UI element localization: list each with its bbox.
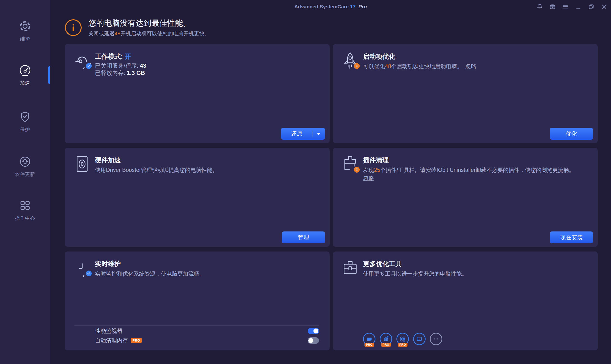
tools-row: PRO PRO PRO — [363, 333, 442, 345]
card-startup-optimize: 启动项优化 可以优化48个启动项以更快地启动电脑。 忽略 优化 — [333, 44, 598, 143]
chevron-down-icon — [317, 133, 320, 135]
product-name: Advanced SystemCare — [294, 4, 349, 9]
check-badge-icon — [86, 63, 92, 69]
pro-badge: PRO — [131, 338, 142, 343]
toggle-knob — [308, 338, 313, 343]
shield-check-icon — [19, 111, 31, 124]
card-title: 实时维护 — [95, 260, 320, 268]
pro-badge: PRO — [364, 343, 374, 347]
clock-check-icon — [73, 259, 91, 277]
sidebar-item-action-center[interactable]: 操作中心 — [0, 196, 50, 224]
divider — [74, 325, 319, 326]
restore-button-label: 还原 — [281, 130, 312, 138]
plugin-count: 25 — [374, 167, 380, 173]
stat-freed-memory: 已释放内存: 1.3 GB — [95, 69, 320, 77]
manage-button[interactable]: 管理 — [282, 232, 325, 243]
card-title: 硬件加速 — [95, 156, 320, 165]
alert-subtitle: 关闭或延迟48开机启动项可以使您的电脑开机更快。 — [88, 30, 209, 37]
product-version: 17 — [350, 4, 356, 9]
software-update-icon — [19, 156, 31, 169]
drive-icon — [73, 155, 91, 173]
bell-icon[interactable] — [536, 3, 543, 10]
briefcase-icon — [341, 259, 359, 277]
window-controls — [536, 0, 608, 13]
toolbox-icon[interactable] — [549, 3, 556, 10]
sidebar: 维护 加速 保护 软件更新 — [0, 0, 50, 364]
sidebar-item-label: 加速 — [20, 80, 30, 86]
auto-ram-clean-toggle[interactable] — [308, 337, 319, 344]
titlebar: Advanced SystemCare 17 Pro — [50, 0, 611, 13]
ignore-link[interactable]: 忽略 — [465, 63, 476, 69]
card-realtime-maintain: 实时维护 实时监控和优化系统资源，使电脑更加流畅。 性能监视器 自动清理内存PR… — [65, 251, 330, 351]
manage-button-label: 管理 — [298, 234, 309, 241]
window-check-icon[interactable] — [413, 333, 426, 345]
speedometer-icon — [19, 64, 31, 78]
install-now-button-label: 现在安装 — [560, 234, 583, 241]
install-now-button[interactable]: 现在安装 — [550, 232, 593, 243]
sidebar-item-label: 软件更新 — [15, 171, 35, 178]
close-icon[interactable] — [600, 3, 608, 10]
card-description: 实时监控和优化系统资源，使电脑更加流畅。 — [95, 270, 319, 278]
sidebar-item-label: 保护 — [20, 126, 30, 133]
sidebar-item-software-update[interactable]: 软件更新 — [0, 152, 50, 181]
gauge-check-icon — [73, 51, 91, 69]
startup-count: 48 — [114, 30, 120, 37]
optimize-button[interactable]: 优化 — [550, 128, 593, 140]
performance-monitor-toggle[interactable] — [308, 328, 319, 334]
optimize-button-label: 优化 — [566, 130, 577, 138]
internet-booster-icon[interactable]: PRO — [380, 333, 392, 345]
cards-grid: 工作模式: 开 已关闭服务/程序: 43 已释放内存: 1.3 GB 还原 启动 — [65, 44, 598, 351]
toggle-list: 性能监视器 自动清理内存PRO — [95, 326, 319, 345]
sidebar-item-protect[interactable]: 保护 — [0, 107, 50, 136]
card-more-tools: 更多优化工具 使用更多工具以进一步提升您的电脑性能。 PRO PRO — [333, 251, 598, 351]
sidebar-item-label: 操作中心 — [15, 215, 35, 221]
action-center-icon — [19, 199, 31, 213]
info-badge-icon — [354, 167, 360, 173]
restore-dropdown-button[interactable] — [312, 133, 325, 135]
card-description: 使用更多工具以进一步提升您的电脑性能。 — [363, 270, 587, 278]
aperture-icon — [19, 20, 31, 33]
toggle-knob — [313, 328, 318, 334]
stat-stopped-services: 已关闭服务/程序: 43 — [95, 62, 320, 69]
card-description: 可以优化48个启动项以更快地启动电脑。 忽略 — [363, 62, 587, 70]
card-title: 启动项优化 — [363, 52, 588, 61]
pro-badge: PRO — [398, 343, 407, 347]
card-title: 插件清理 — [363, 156, 588, 165]
card-description: 使用Driver Booster管理驱动以提高您的电脑性能。 — [95, 166, 319, 174]
optimize-count: 48 — [385, 63, 391, 69]
card-title: 更多优化工具 — [363, 260, 588, 268]
sidebar-item-speedup[interactable]: 加速 — [0, 61, 50, 89]
active-indicator — [48, 66, 50, 84]
restore-button[interactable]: 还原 — [281, 128, 325, 140]
sidebar-item-maintain[interactable]: 维护 — [0, 17, 50, 45]
restore-icon[interactable] — [588, 3, 595, 10]
card-plugin-clean: 插件清理 发现25个插件/工具栏。请安装IObit Uninstaller卸载不… — [333, 148, 598, 247]
toggle-row-performance-monitor: 性能监视器 — [95, 326, 319, 336]
performance-alert: 您的电脑没有达到最佳性能。 关闭或延迟48开机启动项可以使您的电脑开机更快。 — [65, 18, 209, 37]
toggle-row-auto-ram-clean: 自动清理内存PRO — [95, 336, 319, 345]
alert-title: 您的电脑没有达到最佳性能。 — [88, 18, 209, 29]
ram-clean-icon[interactable]: PRO — [363, 333, 375, 345]
card-title: 工作模式: 开 — [95, 52, 320, 61]
app-uninstall-icon[interactable]: PRO — [396, 333, 409, 345]
info-badge-icon — [354, 63, 360, 69]
minimize-icon[interactable] — [575, 3, 582, 10]
toggle-label: 性能监视器 — [95, 327, 123, 335]
ignore-link[interactable]: 忽略 — [363, 175, 374, 181]
more-ellipsis-icon[interactable] — [430, 333, 442, 345]
sidebar-item-label: 维护 — [20, 36, 30, 42]
card-hardware-accel: 硬件加速 使用Driver Booster管理驱动以提高您的电脑性能。 管理 — [65, 148, 330, 247]
toggle-label: 自动清理内存PRO — [95, 337, 142, 344]
brush-alert-icon — [341, 155, 359, 173]
info-icon — [65, 19, 82, 36]
work-mode-state: 开 — [125, 53, 131, 60]
product-edition: Pro — [359, 4, 367, 9]
pro-badge: PRO — [381, 343, 391, 347]
card-description: 发现25个插件/工具栏。请安装IObit Uninstaller卸载不必要的插件… — [363, 166, 587, 182]
window-title: Advanced SystemCare 17 Pro — [50, 4, 611, 10]
menu-icon[interactable] — [562, 3, 569, 10]
check-badge-icon — [86, 271, 92, 276]
card-work-mode: 工作模式: 开 已关闭服务/程序: 43 已释放内存: 1.3 GB 还原 — [65, 44, 330, 143]
rocket-alert-icon — [341, 51, 359, 69]
